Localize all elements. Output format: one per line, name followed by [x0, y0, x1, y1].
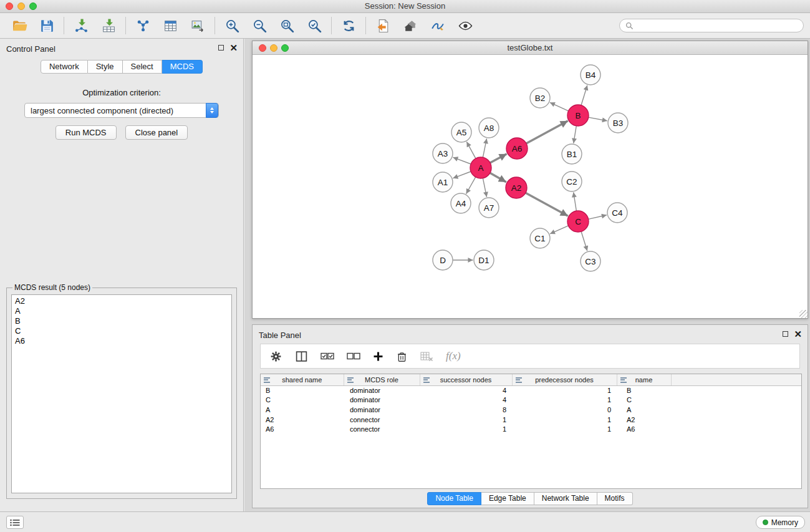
minimize-network-window-button[interactable]: [270, 44, 277, 52]
tab-mcds[interactable]: MCDS: [162, 60, 203, 74]
add-column-button[interactable]: [373, 349, 383, 364]
column-header-name[interactable]: name: [617, 374, 671, 385]
graph-edge-B-B4[interactable]: [581, 85, 587, 105]
column-header-predecessor-nodes[interactable]: predecessor nodes: [512, 374, 617, 385]
table-cell[interactable]: 4: [420, 395, 512, 405]
table-cell[interactable]: 1: [420, 424, 512, 434]
table-cell[interactable]: A: [261, 405, 344, 415]
zoom-network-window-button[interactable]: [281, 44, 289, 52]
table-row[interactable]: Cdominator41C: [261, 395, 801, 405]
graph-node-C1[interactable]: C1: [530, 228, 550, 248]
table-cell[interactable]: C: [261, 395, 344, 405]
graph-edge-A-A4[interactable]: [466, 177, 476, 194]
run-mcds-button[interactable]: Run MCDS: [55, 125, 117, 140]
graph-edge-A6-B[interactable]: [526, 121, 568, 143]
task-history-button[interactable]: [6, 516, 24, 529]
mcds-result-item[interactable]: A6: [15, 336, 228, 346]
zoom-out-button[interactable]: [250, 16, 269, 35]
tab-motifs[interactable]: Motifs: [597, 492, 633, 505]
table-cell[interactable]: 1: [420, 415, 512, 425]
new-network-button[interactable]: [133, 16, 152, 35]
mcds-result-list[interactable]: A2ABCA6: [11, 294, 232, 493]
graph-node-C2[interactable]: C2: [562, 172, 582, 191]
graph-edge-A-A8[interactable]: [483, 138, 486, 157]
function-builder-button[interactable]: f(x): [446, 349, 461, 364]
graph-edge-B-B2[interactable]: [550, 102, 569, 111]
table-row[interactable]: A6connector11A6: [261, 424, 801, 434]
graph-edge-A-A7[interactable]: [483, 178, 486, 197]
close-panel-icon[interactable]: ✕: [229, 44, 238, 51]
mcds-result-item[interactable]: A: [15, 306, 228, 316]
optimization-dropdown[interactable]: largest connected component (directed): [24, 103, 219, 118]
graph-edge-B-B1[interactable]: [574, 126, 577, 143]
close-network-window-button[interactable]: [259, 44, 266, 52]
tab-style[interactable]: Style: [88, 60, 123, 74]
mcds-result-item[interactable]: C: [15, 326, 228, 336]
table-cell[interactable]: 0: [512, 405, 617, 415]
export-image-button[interactable]: [188, 16, 207, 35]
graph-node-A8[interactable]: A8: [479, 118, 499, 138]
save-session-button[interactable]: [37, 16, 56, 35]
graph-edge-A-A2[interactable]: [490, 173, 506, 182]
network-table-button[interactable]: [161, 16, 180, 35]
table-cell[interactable]: dominator: [344, 385, 420, 395]
zoom-window-button[interactable]: [29, 2, 37, 10]
graph-edge-B-B3[interactable]: [589, 117, 607, 121]
graph-node-B[interactable]: B: [567, 105, 589, 126]
graph-node-C[interactable]: C: [567, 211, 589, 232]
graph-node-A5[interactable]: A5: [451, 122, 471, 142]
close-table-panel-icon[interactable]: ✕: [794, 331, 802, 337]
network-graph[interactable]: AA1A2A3A4A5A6A7A8BB1B2B3B4CC1C2C3C4DD1: [253, 55, 808, 318]
deselect-all-button[interactable]: [347, 349, 360, 364]
graph-node-A6[interactable]: A6: [506, 138, 528, 159]
table-settings-button[interactable]: [269, 349, 282, 364]
graph-node-A4[interactable]: A4: [451, 193, 471, 213]
table-cell[interactable]: A6: [617, 424, 671, 434]
graph-node-A7[interactable]: A7: [479, 198, 499, 218]
graph-node-C3[interactable]: C3: [581, 251, 600, 271]
column-header-shared-name[interactable]: shared name: [261, 374, 344, 385]
first-neighbors-button[interactable]: [401, 16, 420, 35]
graph-edge-A2-C[interactable]: [526, 193, 568, 216]
tab-edge-table[interactable]: Edge Table: [481, 492, 534, 505]
show-columns-button[interactable]: [295, 349, 308, 364]
graph-node-B2[interactable]: B2: [530, 88, 550, 108]
graph-node-A[interactable]: A: [470, 157, 491, 178]
table-cell[interactable]: 1: [512, 385, 617, 395]
show-details-button[interactable]: [456, 16, 475, 35]
table-cell[interactable]: dominator: [344, 395, 420, 405]
import-table-button[interactable]: [99, 16, 118, 35]
table-cell[interactable]: dominator: [344, 405, 420, 415]
search-box[interactable]: [619, 19, 804, 32]
graph-edge-A-A6[interactable]: [490, 154, 507, 163]
zoom-fit-button[interactable]: [277, 16, 296, 35]
float-table-panel-icon[interactable]: [783, 331, 788, 337]
network-canvas[interactable]: AA1A2A3A4A5A6A7A8BB1B2B3B4CC1C2C3C4DD1: [253, 55, 808, 318]
table-cell[interactable]: 1: [512, 424, 617, 434]
tab-network[interactable]: Network: [41, 60, 88, 74]
column-header-mcds-role[interactable]: MCDS role: [344, 374, 420, 385]
resize-grip-icon[interactable]: [799, 310, 808, 318]
open-session-button[interactable]: [374, 16, 392, 35]
table-cell[interactable]: A6: [261, 424, 344, 434]
graph-node-A3[interactable]: A3: [433, 143, 453, 163]
apply-layout-button[interactable]: [339, 16, 358, 35]
tab-select[interactable]: Select: [123, 60, 162, 74]
table-cell[interactable]: A2: [617, 415, 671, 425]
table-cell[interactable]: 1: [512, 415, 617, 425]
zoom-in-button[interactable]: [223, 16, 241, 35]
graph-node-D1[interactable]: D1: [474, 250, 494, 270]
select-all-button[interactable]: [321, 349, 334, 364]
table-row[interactable]: Adominator80A: [261, 405, 801, 415]
tab-node-table[interactable]: Node Table: [427, 492, 481, 505]
table-cell[interactable]: 1: [512, 395, 617, 405]
graph-node-A1[interactable]: A1: [433, 172, 453, 192]
graph-node-B1[interactable]: B1: [562, 144, 582, 164]
network-window-titlebar[interactable]: testGlobe.txt: [253, 41, 808, 55]
graph-edge-A-A1[interactable]: [453, 172, 471, 178]
graph-node-B3[interactable]: B3: [608, 113, 628, 133]
delete-table-button[interactable]: [420, 349, 433, 364]
table-cell[interactable]: 4: [420, 385, 512, 395]
graph-edge-C-C3[interactable]: [581, 231, 587, 251]
graph-node-C4[interactable]: C4: [607, 203, 627, 223]
